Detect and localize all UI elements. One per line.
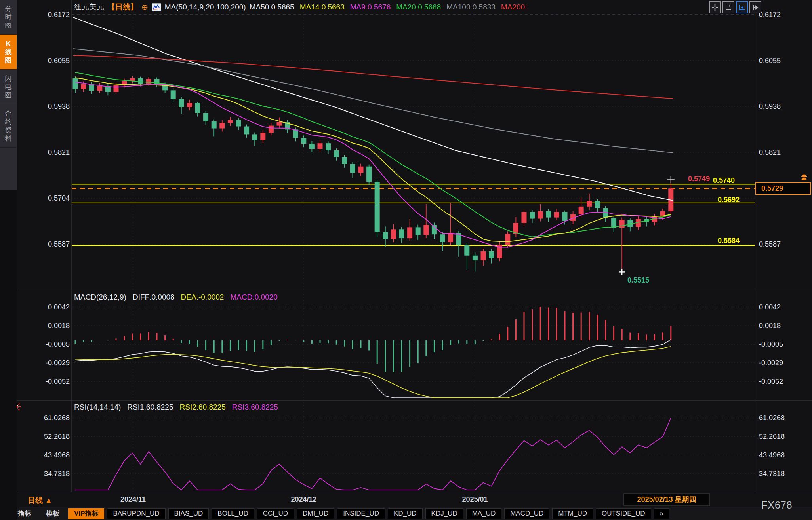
price-tick-right: 0.6055 — [759, 57, 781, 65]
rsi-tick-right: 52.2618 — [759, 433, 785, 441]
watermark: FX678 — [761, 499, 793, 511]
spike-low-label: 0.5515 — [627, 276, 649, 285]
jump-to-end-icon[interactable] — [749, 1, 761, 13]
macd-value-2: MACD:0.0020 — [230, 293, 277, 302]
chart-header: 纽元美元【日线】 ⊕ MA(50,14,9,20,100,200) MA50:0… — [74, 2, 527, 12]
current-price-label: 0.5729 — [761, 184, 783, 193]
rsi-tick-left: 43.4968 — [23, 451, 70, 459]
chart-canvas[interactable] — [0, 0, 812, 520]
rsi-header: RSI(14,14,14) RSI1:60.8225RSI2:60.8225RS… — [74, 403, 278, 412]
period-tag[interactable]: 【日线】 — [108, 2, 138, 12]
tab-inside_ud[interactable]: INSIDE_UD — [337, 508, 385, 519]
trading-app-window: 分时图K线图闪电图合约资料 纽元美元【日线】 ⊕ MA(50,14,9,20,1… — [0, 0, 812, 520]
tab-ma_ud[interactable]: MA_UD — [466, 508, 502, 519]
axis-play-icon[interactable] — [736, 1, 748, 13]
macd-tick-right: -0.0029 — [759, 359, 783, 367]
tab-dmi_ud[interactable]: DMI_UD — [297, 508, 334, 519]
price-tick-right: 0.5821 — [759, 148, 781, 157]
price-tick-left: 0.5821 — [23, 148, 70, 157]
macd-tick-left: -0.0029 — [23, 359, 70, 367]
ma-value-2: MA9:0.5676 — [350, 3, 391, 11]
tab-outside_ud[interactable]: OUTSIDE_UD — [596, 508, 651, 519]
ma-value-1: MA14:0.5663 — [300, 3, 345, 11]
tab-kd_ud[interactable]: KD_UD — [388, 508, 423, 519]
support-label: 0.5584 — [718, 237, 740, 245]
x-axis-strip: 日线 ▲ 2025/02/13 星期四 2024/112024/122025/0… — [17, 492, 812, 507]
tab-cci_ud[interactable]: CCI_UD — [257, 508, 294, 519]
resistance-label: 0.5740 — [713, 176, 735, 185]
session-high-label: 0.5749 — [688, 175, 710, 183]
macd-tick-right: -0.0052 — [759, 378, 783, 386]
rsi-value-0: RSI1:60.8225 — [127, 403, 173, 412]
macd-tick-right: 0.0042 — [759, 303, 781, 311]
tab-[interactable]: 模板 — [40, 508, 65, 519]
crosshair-icon[interactable] — [709, 1, 721, 13]
mini-chart-icon[interactable] — [152, 3, 161, 11]
chevron-up-icon: ▲ — [45, 496, 52, 505]
symbol-name: 纽元美元 — [74, 2, 104, 12]
mid-level-label: 0.5692 — [718, 196, 740, 204]
rsi-tick-left: 52.2618 — [23, 433, 70, 441]
rsi-value-1: RSI2:60.8225 — [180, 403, 226, 412]
ma-settings: MA(50,14,9,20,100,200) — [165, 3, 246, 11]
price-tick-right: 0.6172 — [759, 11, 781, 19]
indicator-tabbar: 指标模板VIP指标BARUPDN_UDBIAS_UDBOLL_UDCCI_UDD… — [0, 507, 812, 520]
ma-value-5: MA200: — [501, 3, 527, 11]
price-tick-left: 0.5704 — [23, 194, 70, 203]
macd-tick-left: 0.0042 — [23, 303, 70, 311]
rsi-value-2: RSI3:60.8225 — [232, 403, 278, 412]
sidebar-item-3[interactable]: 合约资料 — [0, 104, 17, 148]
crosshair-date-box: 2025/02/13 星期四 — [623, 493, 710, 506]
macd-value-0: DIFF:0.0008 — [133, 293, 175, 302]
tab-bias_ud[interactable]: BIAS_UD — [168, 508, 209, 519]
rsi-tick-left: 61.0268 — [23, 414, 70, 422]
price-tick-left: 0.6055 — [23, 57, 70, 65]
macd-tick-left: 0.0018 — [23, 322, 70, 330]
rsi-params: RSI(14,14,14) — [74, 403, 121, 412]
macd-tick-right: -0.0005 — [759, 340, 783, 349]
macd-value-1: DEA:-0.0002 — [181, 293, 224, 302]
ma-value-4: MA100:0.5833 — [446, 3, 496, 11]
tab-barupdn_ud[interactable]: BARUPDN_UD — [107, 508, 165, 519]
sidebar-item-0[interactable]: 分时图 — [0, 0, 17, 35]
macd-header: MACD(26,12,9) DIFF:0.0008DEA:-0.0002MACD… — [74, 293, 278, 302]
tab-mtm_ud[interactable]: MTM_UD — [552, 508, 593, 519]
tab-boll_ud[interactable]: BOLL_UD — [212, 508, 254, 519]
macd-params: MACD(26,12,9) — [74, 293, 126, 302]
rsi-tick-right: 43.4968 — [759, 451, 785, 459]
ma-legend: MA50:0.5665MA14:0.5663MA9:0.5676MA20:0.5… — [250, 3, 527, 11]
x-tick: 2025/01 — [462, 495, 488, 504]
rsi-tick-right: 34.7318 — [759, 470, 785, 478]
axis-scale-icon[interactable] — [722, 1, 734, 13]
macd-tick-right: 0.0018 — [759, 322, 781, 330]
rsi-tick-right: 61.0268 — [759, 414, 785, 422]
period-selector[interactable]: 日线 ▲ — [28, 495, 52, 506]
tab-kdj_ud[interactable]: KDJ_UD — [425, 508, 463, 519]
chart-toolbar — [709, 1, 761, 13]
ma-value-3: MA20:0.5668 — [396, 3, 441, 11]
sidebar-item-2[interactable]: 闪电图 — [0, 70, 17, 104]
macd-tick-left: -0.0005 — [23, 340, 70, 349]
price-tick-left: 0.5938 — [23, 102, 70, 111]
price-tick-right: 0.5938 — [759, 102, 781, 111]
price-tick-left: 0.6172 — [23, 11, 70, 19]
rsi-tick-left: 34.7318 — [23, 470, 70, 478]
sidebar-chart-modes: 分时图K线图闪电图合约资料 — [0, 0, 17, 190]
tab-[interactable]: » — [654, 508, 669, 519]
sidebar-item-1[interactable]: K线图 — [0, 35, 17, 70]
tab-vip[interactable]: VIP指标 — [68, 508, 104, 519]
ma-value-0: MA50:0.5665 — [250, 3, 294, 11]
add-overlay-icon[interactable]: ⊕ — [141, 3, 148, 11]
price-tick-left: 0.5587 — [23, 240, 70, 249]
tab-macd_ud[interactable]: MACD_UD — [504, 508, 549, 519]
price-tick-right: 0.5587 — [759, 240, 781, 249]
macd-tick-left: -0.0052 — [23, 378, 70, 386]
x-tick: 2024/12 — [291, 495, 316, 504]
x-tick: 2024/11 — [120, 495, 146, 504]
